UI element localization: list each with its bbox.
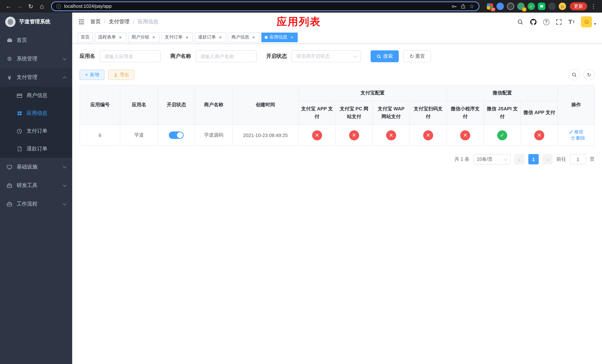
- font-size-icon[interactable]: [568, 19, 575, 25]
- sidebar-item-infrastructure[interactable]: 基础设施: [0, 158, 72, 176]
- chrome-update-button[interactable]: 更新: [570, 2, 587, 10]
- cell-created: 2021-10-23 08:49:25: [232, 125, 298, 146]
- search-icon[interactable]: [517, 19, 524, 25]
- tab-refund-orders[interactable]: 退款订单: [195, 32, 226, 42]
- tab-label: 商户信息: [231, 34, 249, 40]
- breadcrumb-home[interactable]: 首页: [90, 19, 101, 25]
- sidebar-item-label: 基础设施: [17, 164, 37, 170]
- browser-reload-icon[interactable]: [26, 1, 35, 11]
- extension-grid-icon[interactable]: 10: [486, 3, 494, 10]
- sidebar-item-merchant-info[interactable]: 商户信息: [0, 87, 72, 104]
- status-toggle[interactable]: [169, 131, 184, 139]
- extension-blue-icon[interactable]: [496, 3, 504, 10]
- breadcrumb: 首页 支付管理 应用信息: [90, 19, 159, 25]
- sidebar-item-payment[interactable]: 支付管理: [0, 68, 72, 87]
- fullscreen-icon[interactable]: [556, 19, 562, 25]
- page-size-select[interactable]: 10条/页: [473, 154, 511, 164]
- extension-globe-icon[interactable]: [507, 3, 514, 10]
- chrome-profile-avatar[interactable]: [559, 3, 566, 10]
- sidebar-item-home[interactable]: 首页: [0, 31, 72, 50]
- browser-forward-icon[interactable]: [15, 1, 24, 11]
- github-icon[interactable]: [530, 18, 537, 25]
- filter-app-name: 应用名: [80, 50, 161, 62]
- column-header: 微信小程序支付: [447, 101, 484, 125]
- extension-chat-icon[interactable]: [538, 3, 545, 10]
- help-icon[interactable]: [543, 19, 549, 25]
- sidebar-item-app-info[interactable]: 应用信息: [0, 104, 72, 122]
- app-shell: 芋道管理系统 首页 系统管理 支付管理: [0, 13, 602, 364]
- sidebar: 芋道管理系统 首页 系统管理 支付管理: [0, 13, 72, 364]
- sidebar-item-dev-tools[interactable]: 研发工具: [0, 176, 72, 195]
- status-select[interactable]: 请选择开启状态: [291, 50, 361, 62]
- status-circle-icon: [349, 130, 359, 140]
- share-icon[interactable]: [460, 4, 466, 9]
- extension-dark-icon[interactable]: [548, 3, 556, 10]
- extension-badge: 1: [522, 7, 527, 11]
- total-count: 共 1 条: [454, 156, 469, 162]
- chrome-menu-icon[interactable]: [589, 1, 598, 11]
- extension-avatar-icon[interactable]: 1: [517, 3, 525, 10]
- dashboard-icon: [6, 37, 13, 43]
- reset-button[interactable]: 重置: [403, 50, 431, 62]
- sidebar-logo[interactable]: 芋道管理系统: [0, 13, 72, 31]
- add-button[interactable]: 新增: [80, 70, 104, 80]
- close-icon[interactable]: [218, 35, 223, 40]
- tab-process-form[interactable]: 流程表单: [95, 32, 126, 42]
- chevron-down-icon: [63, 202, 66, 205]
- close-icon[interactable]: [151, 35, 156, 40]
- table-header: 应用编号 应用名 开启状态 商户名称 创建时间 支付宝配置 微信配置 操作 支付…: [80, 85, 594, 125]
- address-bar-actions: [451, 3, 474, 10]
- filter-label: 开启状态: [266, 53, 287, 60]
- site-info-icon[interactable]: [56, 3, 61, 10]
- app-name-input[interactable]: [100, 50, 161, 62]
- delete-button[interactable]: 删除: [571, 135, 585, 141]
- close-icon[interactable]: [118, 35, 123, 40]
- breadcrumb-app-info: 应用信息: [129, 19, 159, 25]
- app-title: 芋道管理系统: [19, 19, 50, 25]
- sidebar-collapse-icon[interactable]: [78, 19, 85, 25]
- breadcrumb-payment[interactable]: 支付管理: [101, 19, 129, 25]
- column-header: 创建时间: [232, 85, 298, 125]
- prev-page-button[interactable]: [514, 154, 525, 164]
- page-number-button[interactable]: 1: [528, 154, 539, 164]
- extension-green-check-icon[interactable]: [527, 3, 535, 10]
- tab-home[interactable]: 首页: [77, 32, 93, 42]
- grid-icon: [16, 111, 22, 116]
- tab-user-group[interactable]: 用户分组: [128, 32, 160, 42]
- column-header: 支付宝扫码支付: [410, 101, 447, 125]
- url-text[interactable]: localhost:1024/pay/app: [64, 4, 448, 9]
- next-page-button[interactable]: [542, 154, 553, 164]
- close-icon[interactable]: [251, 35, 256, 40]
- user-avatar[interactable]: [581, 16, 592, 27]
- browser-back-icon[interactable]: [4, 1, 13, 11]
- button-label: 重置: [415, 53, 425, 60]
- tab-merchant-info[interactable]: 商户信息: [228, 32, 259, 42]
- bookmark-star-icon[interactable]: [469, 3, 474, 10]
- close-icon[interactable]: [289, 35, 294, 40]
- goto-page-input[interactable]: [570, 154, 586, 164]
- screen: localhost:1024/pay/app 10 1: [0, 0, 602, 364]
- chevron-down-icon: [63, 56, 66, 60]
- caret-down-icon[interactable]: [594, 20, 596, 27]
- payment-submenu: 商户信息 应用信息 支付订单: [0, 87, 72, 158]
- sidebar-item-payment-orders[interactable]: 支付订单: [0, 122, 72, 140]
- browser-home-icon[interactable]: [37, 1, 47, 11]
- column-header: 商户名称: [195, 85, 233, 125]
- search-button[interactable]: 搜索: [371, 50, 399, 62]
- password-key-icon[interactable]: [451, 3, 457, 9]
- export-button[interactable]: 导出: [108, 70, 134, 80]
- toggle-search-icon[interactable]: [569, 69, 580, 80]
- column-header: 开启状态: [158, 85, 195, 125]
- tab-app-info[interactable]: 应用信息: [261, 32, 298, 42]
- edit-button[interactable]: 修改: [569, 129, 583, 135]
- refresh-table-icon[interactable]: [583, 69, 595, 80]
- tab-payment-orders[interactable]: 支付订单: [161, 32, 193, 42]
- address-bar[interactable]: localhost:1024/pay/app: [51, 1, 479, 11]
- table-toolbar-right: [569, 69, 595, 80]
- sidebar-item-workflow[interactable]: 工作流程: [0, 195, 72, 213]
- close-icon[interactable]: [184, 35, 190, 40]
- sidebar-item-refund-orders[interactable]: 退款订单: [0, 140, 72, 158]
- credit-card-icon: [16, 93, 22, 98]
- merchant-name-input[interactable]: [195, 50, 257, 62]
- sidebar-item-system[interactable]: 系统管理: [0, 50, 72, 68]
